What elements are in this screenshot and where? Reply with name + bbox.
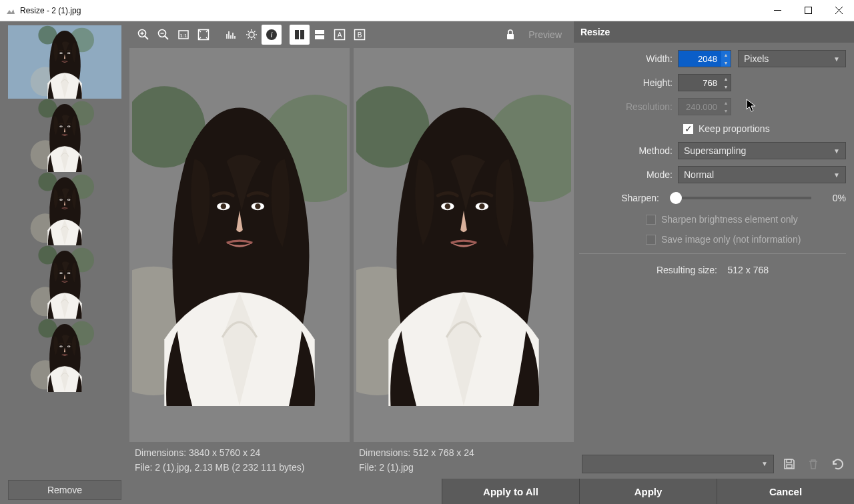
thumbnail-item[interactable] <box>8 319 121 392</box>
sharpen-brightness-checkbox[interactable] <box>646 215 656 225</box>
mode-select[interactable]: Normal▼ <box>678 166 846 183</box>
sharpen-slider[interactable] <box>670 197 811 199</box>
exposure-icon[interactable] <box>242 25 262 45</box>
original-file: File: 2 (1).jpg, 2.13 MB (2 232 111 byte… <box>135 461 344 475</box>
height-input[interactable] <box>679 75 721 91</box>
method-select[interactable]: Supersampling▼ <box>678 142 846 159</box>
keep-proportions-label: Keep proportions <box>699 123 770 134</box>
thumbnail-item[interactable] <box>8 172 121 245</box>
original-dimensions: Dimensions: 3840 x 5760 x 24 <box>135 446 344 461</box>
preset-select[interactable]: ▼ <box>582 455 774 473</box>
app-icon <box>5 5 16 16</box>
close-button[interactable] <box>823 0 854 21</box>
width-input[interactable] <box>679 51 721 67</box>
save-image-only-label: Save image only (not information) <box>661 234 801 245</box>
thumbnail-item[interactable] <box>8 25 121 99</box>
thumbnail-column <box>0 21 129 479</box>
sharpen-label: Sharpen: <box>579 193 665 203</box>
footer: Remove Apply to All Apply Cancel <box>0 479 854 504</box>
method-label: Method: <box>579 145 678 156</box>
split-vertical-icon[interactable] <box>290 25 310 45</box>
mode-label: Mode: <box>579 169 678 180</box>
resize-panel: Resize Width: ▲▼ Pixels▼ Height: ▲▼ <box>574 21 854 479</box>
original-preview-image[interactable] <box>129 48 350 442</box>
window-title: Resize - 2 (1).jpg <box>20 6 81 15</box>
lock-icon[interactable] <box>500 25 520 45</box>
result-file: File: 2 (1).jpg <box>359 461 568 475</box>
preview-button[interactable]: Preview <box>520 25 570 45</box>
thumbnail-item[interactable] <box>8 245 121 319</box>
maximize-button[interactable] <box>793 0 823 21</box>
svg-text:B: B <box>358 31 362 39</box>
height-field[interactable]: ▲▼ <box>678 74 731 91</box>
sharpen-brightness-label: Sharpen brightness element only <box>661 214 798 225</box>
compare-b-icon[interactable]: B <box>350 25 370 45</box>
remove-button[interactable]: Remove <box>8 480 121 500</box>
svg-rect-27 <box>507 34 514 39</box>
info-icon[interactable]: i <box>262 25 282 45</box>
minimize-button[interactable] <box>762 0 793 21</box>
height-step-up[interactable]: ▲ <box>721 75 731 83</box>
original-info-bar: Dimensions: 3840 x 5760 x 24 File: 2 (1)… <box>129 442 350 479</box>
original-preview-pane: Dimensions: 3840 x 5760 x 24 File: 2 (1)… <box>129 48 350 479</box>
sharpen-slider-thumb[interactable] <box>670 192 682 204</box>
save-preset-icon[interactable] <box>781 455 798 473</box>
svg-rect-19 <box>295 30 299 39</box>
svg-rect-20 <box>300 30 304 39</box>
cancel-button[interactable]: Cancel <box>717 479 854 504</box>
preview-toolbar: 1:1 i A B Preview <box>129 21 574 48</box>
svg-rect-10 <box>805 7 811 14</box>
svg-text:A: A <box>338 31 342 39</box>
width-step-down[interactable]: ▼ <box>721 59 731 67</box>
split-horizontal-icon[interactable] <box>310 25 330 45</box>
svg-rect-21 <box>315 30 324 34</box>
titlebar: Resize - 2 (1).jpg <box>0 0 854 21</box>
zoom-in-icon[interactable] <box>133 25 153 45</box>
histogram-icon[interactable] <box>222 25 242 45</box>
apply-button[interactable]: Apply <box>579 479 717 504</box>
thumbnail-item[interactable] <box>8 99 121 172</box>
zoom-out-icon[interactable] <box>153 25 173 45</box>
height-step-down[interactable]: ▼ <box>721 83 731 91</box>
width-step-up[interactable]: ▲ <box>721 51 731 59</box>
result-preview-pane: Dimensions: 512 x 768 x 24 File: 2 (1).j… <box>354 48 574 479</box>
zoom-fit-icon[interactable] <box>193 25 214 45</box>
undo-icon[interactable] <box>829 455 846 473</box>
width-field[interactable]: ▲▼ <box>678 50 731 67</box>
width-label: Width: <box>579 53 678 64</box>
unit-select[interactable]: Pixels▼ <box>738 50 846 67</box>
delete-preset-icon[interactable] <box>805 455 822 473</box>
resolution-label: Resolution: <box>579 101 678 112</box>
save-image-only-checkbox[interactable] <box>646 235 656 245</box>
result-info-bar: Dimensions: 512 x 768 x 24 File: 2 (1).j… <box>354 442 574 479</box>
result-preview-image[interactable] <box>354 48 574 442</box>
panel-title: Resize <box>574 21 854 43</box>
keep-proportions-checkbox[interactable]: ✓ <box>683 124 693 134</box>
result-dimensions: Dimensions: 512 x 768 x 24 <box>359 446 568 461</box>
height-label: Height: <box>579 77 678 88</box>
sharpen-value: 0% <box>817 193 846 203</box>
svg-rect-22 <box>315 35 324 39</box>
resolution-input <box>679 99 721 115</box>
svg-rect-29 <box>787 465 792 468</box>
svg-text:1:1: 1:1 <box>179 33 187 39</box>
resulting-size-value: 512 x 768 <box>728 265 769 275</box>
zoom-actual-icon[interactable]: 1:1 <box>173 25 193 45</box>
svg-point-16 <box>249 32 254 37</box>
apply-to-all-button[interactable]: Apply to All <box>442 479 579 504</box>
resolution-field: ▲▼ <box>678 98 731 115</box>
compare-a-icon[interactable]: A <box>330 25 350 45</box>
resulting-size-label: Resulting size: <box>657 265 717 275</box>
